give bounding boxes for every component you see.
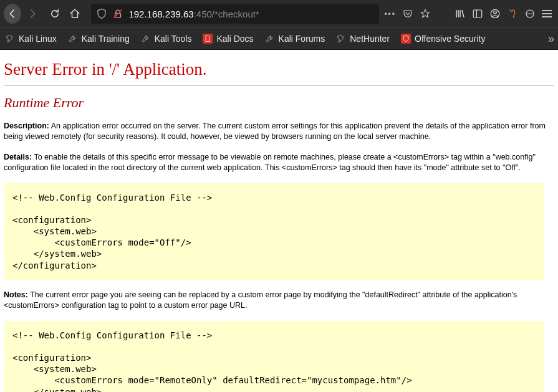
insecure-lock-icon — [112, 8, 123, 19]
bookmark-kali-docs[interactable]: Kali Docs — [203, 34, 253, 44]
notes-paragraph: Notes: The current error page you are se… — [4, 290, 554, 311]
bookmark-nethunter[interactable]: NetHunter — [336, 34, 390, 44]
description-paragraph: Description: An application error occurr… — [4, 121, 554, 142]
config-example-2: <!-- Web.Config Configuration File --> <… — [4, 321, 544, 392]
notes-text: The current error page you are seeing ca… — [4, 290, 517, 310]
app-menu-button[interactable] — [542, 10, 552, 17]
extension-icon-1[interactable] — [507, 8, 518, 19]
offsec-icon — [401, 34, 411, 44]
bookmark-label: Kali Linux — [19, 34, 57, 44]
notes-label: Notes: — [4, 290, 28, 299]
wrench-icon — [141, 34, 151, 44]
bookmark-label: Offensive Security — [415, 34, 485, 44]
bookmarks-bar: Kali Linux Kali Training Kali Tools Kali… — [0, 27, 558, 50]
account-icon[interactable] — [489, 8, 501, 19]
details-text: To enable the details of this specific e… — [4, 153, 536, 172]
url-text: 192.168.239.63:450/*checkout* — [128, 9, 259, 19]
details-paragraph: Details: To enable the details of this s… — [4, 152, 554, 173]
wrench-icon — [68, 34, 78, 44]
page-title: Server Error in '/' Application. — [4, 60, 554, 79]
bookmark-kali-linux[interactable]: Kali Linux — [5, 34, 57, 44]
url-host: 192.168.239.63 — [128, 9, 193, 19]
tracking-shield-icon — [96, 8, 107, 19]
description-text: An application error occurred on the ser… — [4, 122, 546, 141]
bookmark-label: Kali Forums — [279, 34, 325, 44]
toolbar-right-icons: ••• — [384, 8, 552, 19]
code-text: <!-- Web.Config Configuration File --> <… — [4, 183, 544, 280]
config-example-1: <!-- Web.Config Configuration File --> <… — [4, 183, 544, 280]
divider — [4, 85, 554, 86]
arrow-left-icon — [7, 8, 18, 19]
bookmarks-overflow-button[interactable]: » — [548, 32, 553, 45]
svg-rect-2 — [473, 10, 482, 17]
home-button[interactable] — [66, 4, 84, 24]
dragon-icon — [5, 34, 15, 44]
browser-toolbar: 192.168.239.63:450/*checkout* ••• — [0, 0, 558, 27]
description-label: Description: — [4, 122, 49, 130]
details-label: Details: — [4, 153, 32, 161]
bookmark-kali-training[interactable]: Kali Training — [68, 34, 130, 44]
page-actions-icon[interactable]: ••• — [384, 9, 396, 18]
bookmark-star-icon[interactable] — [420, 8, 431, 19]
library-icon[interactable] — [455, 8, 466, 19]
forward-button[interactable] — [24, 4, 41, 24]
bookmark-label: Kali Training — [82, 34, 130, 44]
bookmark-label: NetHunter — [350, 34, 390, 44]
docs-icon — [203, 34, 213, 44]
bookmark-label: Kali Docs — [216, 34, 253, 44]
bookmark-label: Kali Tools — [155, 34, 192, 44]
url-path: :450/*checkout* — [194, 9, 259, 19]
code-text: <!-- Web.Config Configuration File --> <… — [4, 321, 544, 392]
extension-icon-2[interactable] — [524, 8, 536, 19]
url-bar[interactable]: 192.168.239.63:450/*checkout* — [91, 4, 379, 24]
back-button[interactable] — [4, 4, 21, 24]
svg-point-5 — [494, 11, 497, 14]
wrench-icon — [265, 34, 275, 44]
reload-button[interactable] — [46, 4, 64, 24]
reload-icon — [49, 8, 60, 19]
bookmark-offensive-security[interactable]: Offensive Security — [401, 34, 485, 44]
bookmark-kali-forums[interactable]: Kali Forums — [265, 34, 325, 44]
page-content: Server Error in '/' Application. Runtime… — [0, 50, 558, 392]
arrow-right-icon — [27, 8, 38, 19]
dragon-icon — [336, 34, 346, 44]
bookmark-kali-tools[interactable]: Kali Tools — [141, 34, 192, 44]
pocket-icon[interactable] — [402, 8, 413, 19]
error-subtitle: Runtime Error — [4, 95, 554, 111]
home-icon — [69, 8, 80, 19]
sidebar-icon[interactable] — [472, 8, 483, 19]
